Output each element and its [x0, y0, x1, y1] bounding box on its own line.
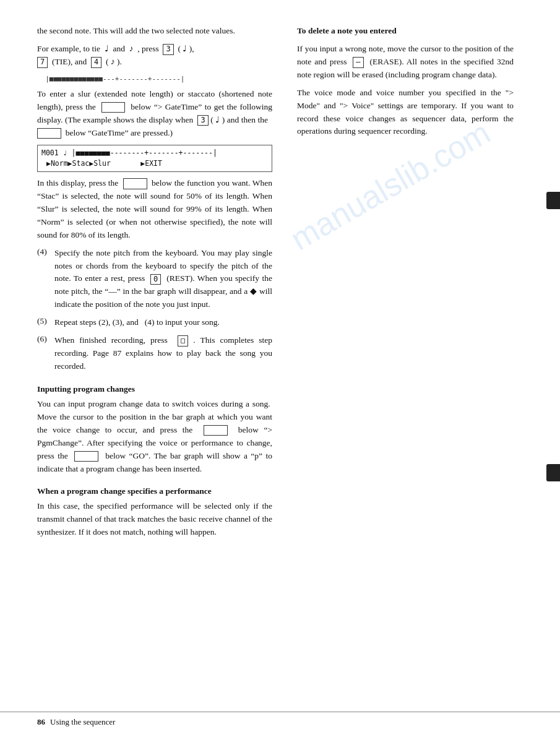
list-item-5: (5) Repeat steps (2), (3), and (4) to in… [37, 316, 272, 329]
separator-line: |■■■■■■■■■■■■■---+-------+-------| [37, 74, 272, 84]
list-content-4: Specify the note pitch from the keyboard… [54, 247, 272, 312]
box-3: 3 [163, 44, 173, 55]
box-function [123, 178, 147, 189]
box-pgmchange [204, 425, 228, 436]
box-finish: □ [178, 335, 188, 347]
lcd-line2: ▶Norm▶Stac▶Slur ▶EXIT [41, 158, 268, 169]
footer: 86 Using the sequencer [0, 712, 560, 732]
example-paragraph: For example, to tie ♩ and ♪ , press 3 ( … [37, 43, 272, 69]
list-content-6: When finished recording, press □ . This … [54, 334, 272, 373]
delete-paragraph-2: The voice mode and voice number you spec… [297, 87, 514, 139]
list-num-6: (6) [37, 334, 54, 373]
right-column: To delete a note you entered If you inpu… [285, 25, 532, 544]
pgm-paragraph: You can input program change data to swi… [37, 398, 272, 476]
box-7: 7 [37, 57, 48, 68]
lcd-display: M001 ♩ |■■■■■■■■--------+-------+-------… [37, 145, 272, 173]
display-paragraph: In this display, press the below the fun… [37, 177, 272, 242]
delete-paragraph-1: If you input a wrong note, move the curs… [297, 43, 514, 82]
list-item-4: (4) Specify the note pitch from the keyb… [37, 247, 272, 312]
box-4: 4 [91, 57, 101, 68]
list-num-5: (5) [37, 316, 54, 329]
perf-paragraph: In this case, the specified performance … [37, 500, 272, 539]
box-rest: 0 [150, 274, 161, 285]
box-gatetime-slur [101, 102, 126, 113]
list-num-4: (4) [37, 247, 54, 312]
box-below-gatetime [37, 128, 61, 139]
page: manualslib.com the second note. This wil… [0, 0, 560, 732]
list-content-5: Repeat steps (2), (3), and (4) to input … [54, 316, 272, 329]
box-go [74, 451, 98, 462]
list-item-6: (6) When finished recording, press □ . T… [37, 334, 272, 373]
box-erase: — [353, 57, 363, 68]
box-3-slur: 3 [197, 115, 208, 126]
left-column: the second note. This will add the two s… [0, 25, 285, 544]
footer-page-label: Using the sequencer [50, 717, 115, 727]
right-tab-top [546, 192, 560, 209]
section-heading-pgm: Inputting program changes [37, 384, 272, 394]
right-tab-mid [546, 464, 560, 481]
footer-page-number: 86 [37, 717, 45, 727]
delete-heading: To delete a note you entered [297, 25, 514, 38]
section-heading-perf: When a program change specifies a perfor… [37, 486, 272, 496]
lcd-line1: M001 ♩ |■■■■■■■■--------+-------+-------… [41, 148, 268, 158]
slur-paragraph: To enter a slur (extended note length) o… [37, 88, 272, 140]
intro-paragraph: the second note. This will add the two s… [37, 25, 272, 38]
